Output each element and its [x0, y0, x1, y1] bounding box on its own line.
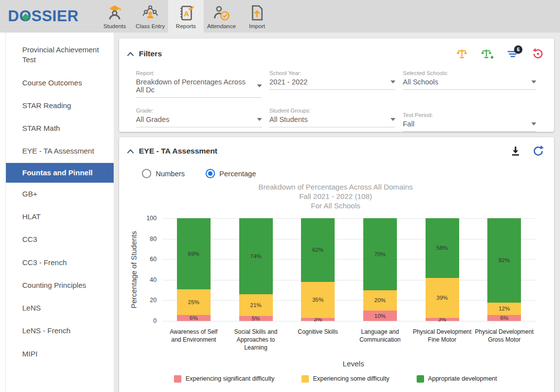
sidebar-item-star-reading[interactable]: STAR Reading: [6, 94, 114, 117]
bar-segment: 6%: [177, 315, 211, 321]
sidebar-item-course-outcomes[interactable]: Course Outcomes: [6, 72, 114, 94]
y-tick-label: 100: [146, 215, 157, 222]
svg-text:A: A: [184, 9, 189, 18]
sidebar-item-hlat[interactable]: HLAT: [6, 205, 114, 228]
radio-percentage[interactable]: Percentage: [206, 169, 256, 178]
bar-segment-value: 6%: [190, 315, 198, 321]
bar-segment: 21%: [239, 294, 273, 316]
refresh-icon[interactable]: [532, 145, 544, 157]
legend-item: Appropriate development: [417, 375, 497, 383]
bar-segment: 20%: [363, 290, 397, 311]
sidebar-item-eye-ta-assessment[interactable]: EYE - TA Assessment: [6, 140, 114, 162]
reset-filters-icon[interactable]: [531, 47, 544, 60]
sidebar-item-provincial-achievement-test[interactable]: Provincial Achievement Test: [6, 39, 114, 72]
y-axis-ticks: 020406080100: [140, 218, 163, 321]
field-value: Fall: [403, 120, 414, 128]
sidebar-item-lens-french[interactable]: LeNS - French: [6, 319, 114, 342]
field-label: Student Groups:: [269, 108, 395, 114]
bar-segment: 58%: [426, 218, 459, 278]
legend-item: Experiencing significant difficulty: [174, 375, 274, 383]
dropdown-caret-icon: [257, 118, 262, 121]
attendance-icon: [213, 4, 230, 22]
download-icon[interactable]: [511, 146, 520, 157]
class-entry-icon: [141, 4, 159, 22]
school-year-dropdown[interactable]: School Year: 2021 - 2022: [269, 70, 395, 98]
y-tick-label: 20: [150, 297, 157, 304]
bar-segment: 3%: [426, 318, 459, 321]
report-dropdown[interactable]: Report: Breakdown of Percentages Across …: [136, 70, 262, 98]
chart-legend: Experiencing significant difficultyExper…: [127, 375, 544, 383]
collapse-chevron-icon[interactable]: [127, 149, 134, 154]
bar-column: 5%21%74%: [225, 218, 287, 321]
main-nav: Students Class Entry: [97, 0, 275, 33]
legend-item: Experiencing some difficulty: [302, 375, 389, 383]
test-period-dropdown[interactable]: Test Period: Fall: [403, 112, 536, 132]
x-tick-label: Physical DevelopmentFine Motor: [411, 328, 474, 352]
y-tick-label: 80: [150, 235, 157, 242]
sidebar-item-lens[interactable]: LeNS: [6, 297, 114, 319]
add-comparison-scales-icon[interactable]: [481, 48, 494, 60]
x-axis-title: Levels: [163, 359, 544, 368]
y-tick-label: 0: [153, 317, 157, 324]
sidebar-item-fountas-and-pinnell[interactable]: Fountas and Pinnell: [6, 163, 114, 183]
field-label: Grade:: [136, 108, 262, 114]
chart-title: Breakdown of Percentages Across All Doma…: [127, 182, 544, 210]
bar-segment-value: 20%: [374, 297, 386, 303]
bar-segment-value: 12%: [499, 306, 510, 312]
bar-segment: 82%: [487, 218, 521, 303]
bar-segment: 69%: [177, 218, 211, 289]
bar-segment-value: 69%: [188, 251, 199, 257]
bar-segment-value: 58%: [436, 245, 448, 251]
bar-segment: 39%: [426, 278, 459, 318]
nav-item-import[interactable]: Import: [239, 0, 275, 33]
bar-segment-value: 70%: [374, 251, 386, 257]
grade-dropdown[interactable]: Grade: All Grades: [136, 108, 262, 132]
filter-count-badge: 6: [514, 45, 522, 54]
x-tick-label: Cognitive Skills: [287, 328, 349, 352]
field-label: Test Period:: [403, 112, 536, 118]
bar-column: 10%20%70%: [349, 218, 411, 321]
student-groups-dropdown[interactable]: Student Groups: All Students: [269, 108, 395, 132]
report-panel-title: EYE - TA Assessment: [139, 147, 217, 156]
sidebar-item-cc3[interactable]: CC3: [6, 228, 114, 251]
radio-circle-icon: [142, 169, 151, 178]
x-tick-label: Physical DevelopmentGross Motor: [473, 328, 535, 352]
filter-count-icon[interactable]: 6: [507, 50, 518, 58]
bar-segment-value: 74%: [250, 253, 261, 259]
field-value: All Students: [269, 116, 307, 123]
bar-segment: 5%: [239, 316, 273, 321]
bar-segment-value: 62%: [312, 247, 324, 253]
bar-segment-value: 39%: [436, 295, 448, 301]
bar-segment-value: 82%: [499, 257, 510, 263]
field-value: All Schools: [403, 78, 438, 86]
sidebar: Provincial Achievement Test Course Outco…: [0, 33, 114, 392]
bar-segment: 35%: [301, 282, 335, 318]
students-icon: [106, 4, 124, 22]
bar-column: 6%12%82%: [473, 218, 535, 321]
y-axis-title: Percentage of Students: [129, 231, 138, 309]
nav-item-students[interactable]: Students: [97, 0, 132, 33]
sidebar-item-star-math[interactable]: STAR Math: [6, 117, 114, 140]
nav-label: Reports: [176, 23, 196, 29]
selected-schools-dropdown[interactable]: Selected Schools: All Schools: [403, 70, 536, 98]
sidebar-item-counting-principles[interactable]: Counting Principles: [6, 274, 114, 297]
dropdown-caret-icon: [531, 122, 536, 125]
collapse-chevron-icon[interactable]: [127, 52, 134, 56]
sidebar-item-mipi[interactable]: MIPI: [6, 343, 114, 365]
bar-segment-value: 10%: [374, 313, 386, 319]
legend-swatch-icon: [302, 375, 309, 383]
bar-column: 3%35%62%: [287, 218, 349, 321]
compare-scales-icon[interactable]: [456, 48, 468, 60]
import-icon: [248, 4, 266, 22]
sidebar-item-cc3-french[interactable]: CC3 - French: [6, 251, 114, 274]
sidebar-item-gb-plus[interactable]: GB+: [6, 183, 114, 205]
dropdown-caret-icon: [531, 80, 536, 83]
nav-item-attendance[interactable]: Attendance: [204, 0, 239, 33]
nav-item-class-entry[interactable]: Class Entry: [132, 0, 168, 33]
x-tick-label: Social Skills andApproaches to Learning: [225, 328, 287, 352]
field-label: Selected Schools:: [403, 70, 536, 76]
radio-numbers[interactable]: Numbers: [142, 169, 185, 178]
nav-label: Class Entry: [136, 23, 165, 29]
y-tick-label: 60: [150, 256, 157, 263]
nav-item-reports[interactable]: A Reports: [168, 0, 204, 33]
